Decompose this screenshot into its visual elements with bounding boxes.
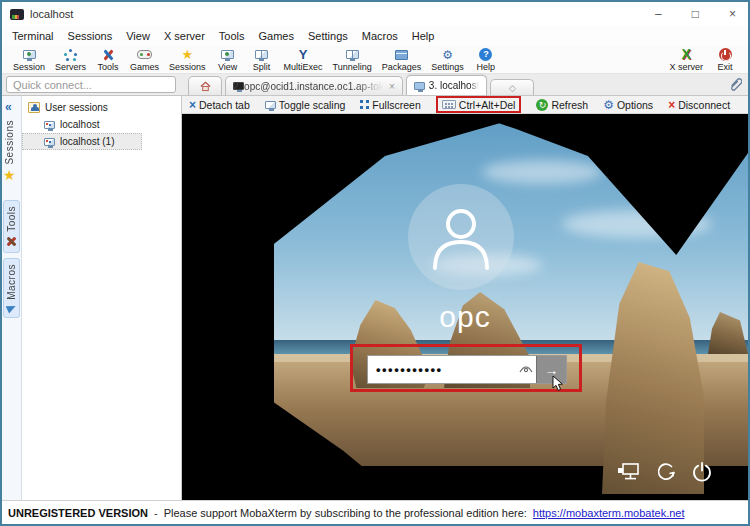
menu-sessions[interactable]: Sessions — [68, 30, 113, 42]
password-field[interactable]: ••••••••••• → — [367, 355, 567, 384]
window-title: localhost — [30, 8, 655, 20]
home-icon — [199, 80, 212, 92]
refresh-icon: ↻ — [536, 99, 548, 111]
quick-connect-input[interactable] — [6, 76, 176, 93]
sidebar-tab-tools[interactable]: Tools — [3, 200, 20, 253]
fullscreen-icon — [360, 100, 369, 109]
password-submit-button[interactable]: → — [536, 356, 566, 383]
user-sessions-icon — [28, 102, 40, 113]
options-button[interactable]: ⚙ Options — [603, 99, 653, 111]
login-username: opc — [182, 300, 748, 334]
rdp-screen-windows-login: opc ••••••••••• → — [182, 114, 748, 500]
ease-of-access-icon[interactable] — [656, 462, 677, 482]
toolbar-tunneling-button[interactable]: Tunneling — [328, 47, 377, 73]
password-reveal-button[interactable] — [516, 356, 536, 383]
main-toolbar: Session Servers Tools Games ★ Sessions V… — [2, 46, 748, 74]
network-icon[interactable] — [617, 462, 641, 482]
menu-help[interactable]: Help — [412, 30, 435, 42]
rdp-toolbar: × Detach tab Toggle scaling Fullscreen C… — [182, 96, 748, 114]
tree-item-localhost[interactable]: localhost — [22, 116, 181, 133]
user-avatar — [408, 184, 514, 290]
collapse-sidebar-button[interactable]: « — [5, 100, 12, 114]
keyboard-icon — [442, 100, 456, 109]
refresh-button[interactable]: ↻ Refresh — [536, 99, 588, 111]
eye-icon — [519, 365, 533, 374]
menu-macros[interactable]: Macros — [362, 30, 398, 42]
games-icon — [137, 50, 152, 59]
menu-view[interactable]: View — [126, 30, 150, 42]
new-tab-button[interactable]: ◇ — [490, 79, 534, 95]
ctrl-alt-del-highlight-annotation: Ctrl+Alt+Del — [436, 96, 522, 113]
toolbar-games-button[interactable]: Games — [125, 47, 164, 73]
sidebar-tab-sessions[interactable]: Sessions ★ — [3, 120, 16, 182]
mobatek-link[interactable]: https://mobaxterm.mobatek.net — [533, 507, 685, 519]
mouse-cursor — [552, 375, 564, 392]
mobaxterm-window: localhost – □ × Terminal Sessions View X… — [0, 0, 750, 526]
rdp-tab-icon — [414, 82, 425, 90]
tab-row: 2. opc@ocid1.instance.oc1.ap-tokyo-1 × 3… — [2, 74, 748, 96]
status-message: Please support MobaXterm by subscribing … — [164, 507, 527, 519]
tab-rdp-localhost[interactable]: 3. localhost — [406, 75, 488, 95]
close-button[interactable]: × — [729, 7, 736, 21]
tree-item-localhost-1[interactable]: localhost (1) — [22, 133, 142, 150]
fullscreen-button[interactable]: Fullscreen — [360, 99, 420, 111]
toolbar-packages-button[interactable]: Packages — [377, 47, 427, 73]
options-gear-icon: ⚙ — [603, 99, 614, 111]
menu-bar: Terminal Sessions View X server Tools Ga… — [2, 26, 748, 46]
sidebar-tab-macros[interactable]: Macros — [3, 258, 20, 318]
toolbar-help-button[interactable]: ? Help — [469, 47, 503, 73]
menu-xserver[interactable]: X server — [164, 30, 205, 42]
sessions-star-icon: ★ — [182, 48, 194, 61]
toolbar-session-button[interactable]: Session — [8, 47, 50, 73]
sessions-star-icon: ★ — [3, 169, 16, 182]
paperclip-icon[interactable] — [728, 76, 742, 92]
toolbar-multiexec-button[interactable]: Y MultiExec — [279, 47, 328, 73]
sidebar-rail: « Sessions ★ Tools Macros — [2, 96, 22, 500]
mobaxterm-logo-icon — [10, 9, 24, 20]
help-icon: ? — [479, 48, 492, 61]
session-icon — [23, 50, 36, 59]
session-monitor-icon — [44, 121, 55, 129]
tree-root-user-sessions[interactable]: User sessions — [22, 99, 181, 116]
toolbar-xserver-button[interactable]: X X server — [664, 47, 708, 73]
login-bottom-icons — [617, 462, 712, 482]
toolbar-split-button[interactable]: Split — [245, 47, 279, 73]
multiexec-icon: Y — [299, 48, 308, 61]
menu-settings[interactable]: Settings — [308, 30, 348, 42]
tab-close-icon[interactable]: × — [389, 81, 395, 92]
toggle-scaling-button[interactable]: Toggle scaling — [265, 99, 346, 111]
power-icon[interactable] — [692, 462, 712, 482]
packages-icon — [395, 50, 408, 60]
toolbar-servers-button[interactable]: Servers — [50, 47, 91, 73]
settings-gear-icon: ⚙ — [442, 49, 453, 61]
menu-terminal[interactable]: Terminal — [12, 30, 54, 42]
tools-tab-icon — [6, 236, 17, 247]
toolbar-exit-button[interactable]: Exit — [708, 47, 742, 73]
detach-icon: × — [189, 99, 196, 111]
ctrl-alt-del-button[interactable]: Ctrl+Alt+Del — [442, 99, 516, 111]
view-icon — [221, 50, 234, 59]
toolbar-sessions-button[interactable]: ★ Sessions — [164, 47, 211, 73]
macros-paper-plane-icon — [6, 302, 18, 313]
tools-icon — [102, 49, 115, 61]
tab-ssh-session[interactable]: 2. opc@ocid1.instance.oc1.ap-tokyo-1 × — [225, 76, 403, 95]
toolbar-settings-button[interactable]: ⚙ Settings — [426, 47, 469, 73]
maximize-button[interactable]: □ — [692, 7, 699, 21]
password-masked-value: ••••••••••• — [368, 356, 516, 383]
toolbar-view-button[interactable]: View — [211, 47, 245, 73]
home-tab[interactable] — [188, 76, 222, 95]
servers-icon — [64, 49, 77, 61]
disconnect-button[interactable]: × Disconnect — [668, 99, 730, 111]
password-highlight-annotation: ••••••••••• → — [350, 344, 582, 392]
session-monitor-icon — [44, 138, 55, 146]
tunneling-icon — [346, 50, 359, 59]
unregistered-version-label: UNREGISTERED VERSION — [8, 507, 148, 519]
exit-power-icon — [719, 48, 732, 61]
minimize-button[interactable]: – — [655, 7, 662, 21]
detach-tab-button[interactable]: × Detach tab — [189, 99, 250, 111]
xserver-icon: X — [682, 48, 691, 61]
toolbar-tools-button[interactable]: Tools — [91, 47, 125, 73]
disconnect-icon: × — [668, 99, 675, 111]
menu-tools[interactable]: Tools — [219, 30, 245, 42]
menu-games[interactable]: Games — [259, 30, 294, 42]
